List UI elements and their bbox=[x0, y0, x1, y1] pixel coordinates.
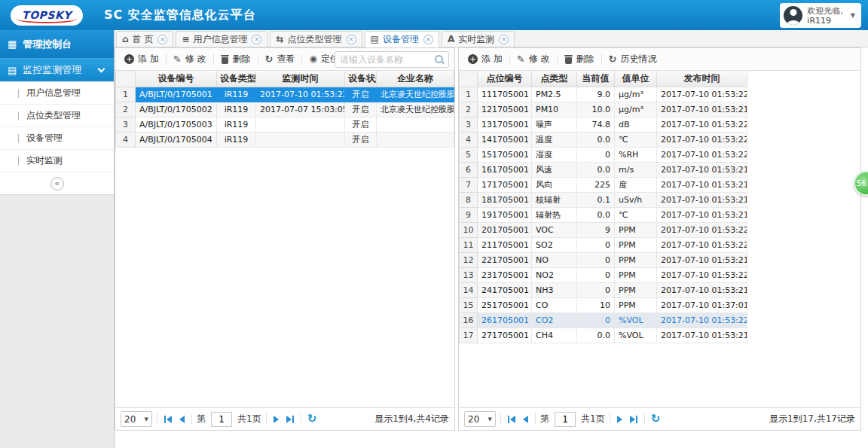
table-row[interactable]: 9191705001辐射热0.0℃2017-07-10 01:53:21 bbox=[460, 207, 747, 222]
close-icon[interactable]: × bbox=[423, 35, 433, 44]
row-number: 2 bbox=[116, 102, 136, 117]
cell: 181705001 bbox=[478, 192, 532, 207]
column-header[interactable]: 值单位 bbox=[615, 71, 657, 87]
table-row[interactable]: 5151705001湿度0%RH2017-07-10 01:53:22 bbox=[460, 147, 747, 162]
search-icon[interactable] bbox=[434, 54, 445, 65]
sidebar-item-point-type[interactable]: 点位类型管理 bbox=[0, 105, 114, 127]
table-row[interactable]: 10201705001VOC9PPM2017-07-10 01:53:22 bbox=[460, 222, 747, 237]
cell: PM2.5 bbox=[532, 87, 577, 102]
cell: 9.0 bbox=[577, 87, 615, 102]
column-header[interactable]: 当前值 bbox=[577, 71, 615, 87]
column-header[interactable]: 点位编号 bbox=[478, 71, 532, 87]
close-icon[interactable]: × bbox=[157, 35, 167, 44]
table-row[interactable]: 4A/BJLT/0/1705004iR119开启 bbox=[116, 132, 454, 147]
page-number-input[interactable] bbox=[211, 412, 232, 427]
last-page-button[interactable] bbox=[284, 414, 296, 425]
cell: 0 bbox=[577, 237, 615, 252]
sidebar-item-realtime[interactable]: 实时监测 bbox=[0, 150, 114, 172]
column-header[interactable]: 设备状态 bbox=[345, 71, 377, 87]
table-row[interactable]: 1111705001PM2.59.0μg/m³2017-07-10 01:53:… bbox=[460, 87, 747, 102]
cell: 0.1 bbox=[577, 192, 615, 207]
edit-icon: ✎ bbox=[517, 54, 525, 64]
add-button[interactable]: + 添 加 bbox=[463, 50, 507, 68]
column-header[interactable]: 监测时间 bbox=[256, 71, 345, 87]
table-row[interactable]: 6161705001风速0.0m/s2017-07-10 01:53:21 bbox=[460, 162, 747, 177]
sidebar: ▦ 管理控制台 ▤ 监控监测管理 用户信息管理点位类型管理设备管理实时监测 « bbox=[0, 30, 115, 448]
last-page-button[interactable] bbox=[628, 414, 640, 425]
table-row[interactable]: 12221705001NO0PPM2017-07-10 01:53:21 bbox=[460, 252, 747, 267]
search-input[interactable] bbox=[335, 54, 434, 65]
add-icon: + bbox=[468, 54, 478, 64]
table-row[interactable]: 2121705001PM1010.0μg/m³2017-07-10 01:53:… bbox=[460, 102, 747, 117]
page-number-input[interactable] bbox=[555, 412, 576, 427]
cell: 2017-07-10 01:53:22 bbox=[657, 147, 747, 162]
table-row[interactable]: 8181705001核辐射0.1uSv/h2017-07-10 01:53:21 bbox=[460, 192, 747, 207]
table-row[interactable]: 15251705001CO10PPM2017-07-10 01:37:01 bbox=[460, 297, 747, 312]
sidebar-item-device[interactable]: 设备管理 bbox=[0, 127, 114, 150]
table-row[interactable]: 3A/BJLT/0/1705003iR119开启 bbox=[116, 117, 454, 132]
tab-home[interactable]: ⌂首 页× bbox=[116, 31, 173, 47]
tab-realtime[interactable]: A实时监测× bbox=[442, 31, 515, 47]
cell: 9 bbox=[577, 222, 615, 237]
cell: A/BJLT/0/1705004 bbox=[136, 132, 217, 147]
logo-text: TOPSKY bbox=[22, 9, 72, 21]
tab-point-type[interactable]: ⇆点位类型管理× bbox=[270, 31, 362, 47]
cell: PPM bbox=[615, 267, 657, 282]
close-icon[interactable]: × bbox=[347, 35, 356, 44]
tab-label: 用户信息管理 bbox=[193, 33, 247, 46]
point-toolbar: + 添 加 ✎ 修 改 删除 bbox=[459, 48, 860, 71]
prev-page-button[interactable] bbox=[521, 414, 530, 425]
app-root: TOPSKY SC 安全监管信息化云平台 欢迎光临, iR119 ▼ ▦ 管理控… bbox=[0, 0, 868, 448]
sidebar-collapse-button[interactable]: « bbox=[50, 177, 64, 190]
next-page-button[interactable] bbox=[615, 414, 625, 425]
table-row[interactable]: 13231705001NO20PPM2017-07-10 01:53:22 bbox=[460, 267, 747, 282]
cell: CH4 bbox=[532, 328, 577, 343]
table-row[interactable]: 14241705001NH30PPM2017-07-10 01:53:21 bbox=[460, 282, 747, 297]
user-menu[interactable]: 欢迎光临, iR119 ▼ bbox=[780, 3, 861, 28]
table-row[interactable]: 1A/BJLT/0/1705001iR1192017-07-10 01:53:2… bbox=[116, 87, 454, 102]
cell: %VOL bbox=[615, 312, 657, 328]
view-button[interactable]: ↻ 查看 bbox=[261, 50, 300, 68]
refresh-icon[interactable]: ↻ bbox=[307, 413, 317, 425]
row-number: 1 bbox=[116, 87, 136, 102]
welcome-text: 欢迎光临, bbox=[807, 6, 843, 16]
add-button[interactable]: + 添 加 bbox=[120, 50, 164, 68]
sidebar-console-header[interactable]: ▦ 管理控制台 bbox=[0, 30, 114, 59]
table-row[interactable]: 3131705001噪声74.8dB2017-07-10 01:53:22 bbox=[460, 117, 747, 132]
column-header[interactable]: 设备编号 bbox=[136, 71, 217, 87]
table-row[interactable]: 17271705001CH40.0%VOL2017-07-10 01:53:21 bbox=[460, 328, 747, 343]
tab-label: 设备管理 bbox=[383, 33, 419, 46]
sidebar-group-monitoring[interactable]: ▤ 监控监测管理 bbox=[0, 59, 114, 82]
table-row[interactable]: 11211705001SO20PPM2017-07-10 01:53:22 bbox=[460, 237, 747, 252]
table-row[interactable]: 7171705001风向225度2017-07-10 01:53:21 bbox=[460, 177, 747, 192]
delete-button[interactable]: 删除 bbox=[560, 50, 599, 68]
column-header[interactable]: 点类型 bbox=[532, 71, 577, 87]
sidebar-item-user-info[interactable]: 用户信息管理 bbox=[0, 82, 114, 105]
cell: 171705001 bbox=[478, 177, 532, 192]
table-row[interactable]: 2A/BJLT/0/1705002iR1192017-07-07 15:03:0… bbox=[116, 102, 454, 117]
close-icon[interactable]: × bbox=[499, 35, 509, 44]
modify-button[interactable]: ✎ 修 改 bbox=[169, 50, 211, 68]
history-button-label: 历史情况 bbox=[620, 53, 656, 66]
tab-user-info[interactable]: ≡用户信息管理× bbox=[176, 31, 267, 47]
history-button[interactable]: ↻ 历史情况 bbox=[604, 50, 662, 68]
column-header[interactable]: 设备类型 bbox=[217, 71, 256, 87]
first-page-button[interactable] bbox=[162, 414, 174, 425]
page-size-select[interactable]: 20 ▼ bbox=[121, 411, 152, 427]
refresh-icon[interactable]: ↻ bbox=[651, 413, 661, 425]
column-header[interactable]: 发布时间 bbox=[657, 71, 747, 87]
close-icon[interactable]: × bbox=[252, 35, 261, 44]
page-size-select[interactable]: 20 ▼ bbox=[464, 411, 496, 427]
table-row[interactable]: 16261705001CO20%VOL2017-07-10 01:53:22 bbox=[460, 312, 747, 328]
cell: 161705001 bbox=[478, 162, 532, 177]
modify-button[interactable]: ✎ 修 改 bbox=[512, 50, 555, 68]
first-page-button[interactable] bbox=[506, 414, 518, 425]
delete-button[interactable]: 删除 bbox=[216, 50, 255, 68]
next-page-button[interactable] bbox=[271, 414, 281, 425]
tab-device[interactable]: ▤设备管理× bbox=[365, 31, 439, 47]
column-header[interactable]: 企业名称 bbox=[377, 71, 454, 87]
cell: 0.0 bbox=[577, 328, 615, 343]
cell bbox=[377, 132, 454, 147]
table-row[interactable]: 4141705001温度0.0℃2017-07-10 01:53:22 bbox=[460, 132, 747, 147]
prev-page-button[interactable] bbox=[177, 414, 187, 425]
